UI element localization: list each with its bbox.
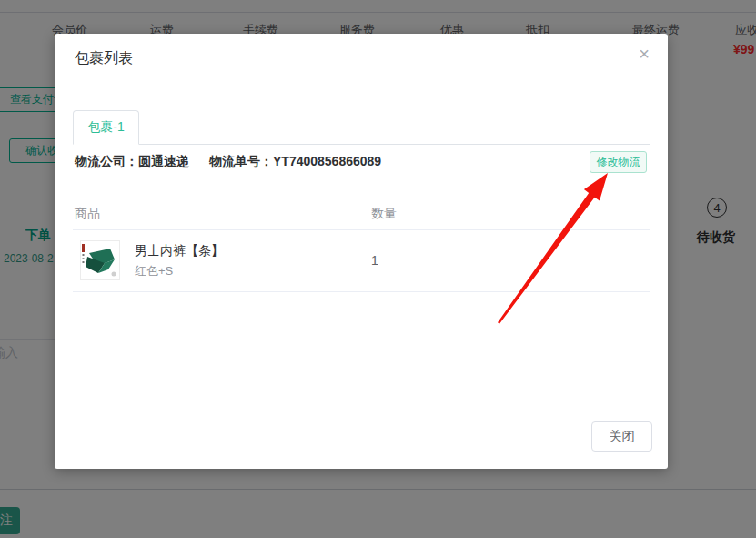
edit-logistics-button[interactable]: 修改物流 (590, 151, 647, 173)
product-table-header: 商品 数量 (73, 196, 650, 230)
product-thumbnail (80, 240, 120, 280)
package-tab-bar: 包裹-1 (73, 110, 650, 145)
table-row: 男士内裤【条】 红色+S 1 (73, 230, 650, 292)
tab-package-1[interactable]: 包裹-1 (73, 110, 139, 145)
logistics-company: 物流公司：圆通速递 (75, 154, 189, 170)
column-product: 商品 (75, 206, 100, 222)
product-quantity: 1 (371, 253, 378, 268)
logistics-info: 物流公司：圆通速递 物流单号：YT7400856866089 (75, 150, 381, 174)
close-icon[interactable]: × (633, 43, 655, 65)
modal-title: 包裹列表 (75, 49, 133, 68)
screen: 会员价 运费 手续费 服务费 优惠 抵扣 最终运费 应收 ¥99 查看支付记 确… (0, 0, 756, 538)
logistics-tracking-number: 物流单号：YT7400856866089 (209, 154, 381, 170)
close-button[interactable]: 关闭 (591, 421, 652, 452)
package-list-modal: 包裹列表 × 包裹-1 物流公司：圆通速递 物流单号：YT74008568660… (55, 34, 668, 469)
column-quantity: 数量 (371, 206, 397, 222)
close-button-label: 关闭 (610, 429, 635, 445)
edit-logistics-label: 修改物流 (597, 155, 640, 170)
product-spec: 红色+S (135, 263, 173, 279)
tab-package-1-label: 包裹-1 (87, 119, 124, 136)
product-name: 男士内裤【条】 (135, 243, 224, 259)
product-image (81, 241, 119, 279)
